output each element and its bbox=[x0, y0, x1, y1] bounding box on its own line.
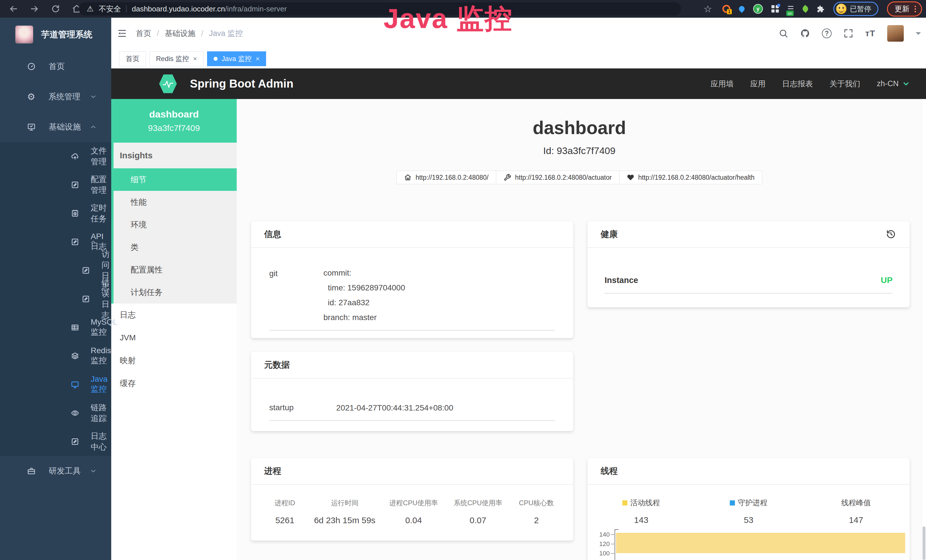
address-bar[interactable]: ⚠ 不安全 dashboard.yudao.iocoder.cn/infra/a… bbox=[79, 2, 681, 15]
github-icon[interactable] bbox=[800, 29, 810, 38]
profile-emoji-icon bbox=[836, 4, 846, 14]
sidebar-fold-icon[interactable] bbox=[117, 28, 127, 38]
tab-redis-monitor[interactable]: Redis 监控 × bbox=[150, 51, 204, 66]
extension-grid-icon[interactable] bbox=[772, 5, 779, 12]
process-table: 进程ID5261 运行时间6d 23h 15m 59s 进程CPU使用率0.04… bbox=[251, 498, 573, 525]
sba-item-caches[interactable]: 缓存 bbox=[111, 372, 237, 395]
fullscreen-icon[interactable] bbox=[844, 29, 853, 38]
edit-box-icon bbox=[71, 238, 79, 246]
sidebar-item-file-manage[interactable]: 文件管理 bbox=[0, 142, 111, 171]
sidebar-item-mysql-monitor[interactable]: MySQL 监控 bbox=[0, 313, 111, 342]
sba-item-config-props[interactable]: 配置属性 bbox=[113, 259, 237, 281]
metadata-card: 元数据 startup 2021-04-27T00:44:31.254+08:0… bbox=[251, 352, 573, 431]
help-icon[interactable]: ? bbox=[822, 29, 832, 38]
process-uptime-value: 6d 23h 15m 59s bbox=[307, 516, 383, 525]
sba-locale-select[interactable]: zh-CN bbox=[877, 79, 910, 88]
sba-nav-wall[interactable]: 应用墙 bbox=[710, 79, 734, 89]
info-card-title: 信息 bbox=[264, 229, 281, 240]
extension-y-icon[interactable]: y bbox=[753, 4, 763, 14]
sba-item-jvm[interactable]: JVM bbox=[111, 326, 237, 349]
bookmark-star-icon[interactable]: ☆ bbox=[704, 3, 712, 15]
sba-brand[interactable]: Spring Boot Admin bbox=[190, 77, 294, 90]
extension-colorzilla-icon[interactable]: 1 bbox=[722, 5, 730, 13]
scrollbar-thumb[interactable] bbox=[923, 526, 925, 560]
divider bbox=[269, 330, 555, 331]
sba-item-metrics[interactable]: 性能 bbox=[113, 191, 237, 213]
sidebar-item-java-monitor[interactable]: Java 监控 bbox=[0, 370, 111, 399]
font-size-icon[interactable]: тT bbox=[865, 29, 875, 38]
health-card-title: 健康 bbox=[601, 229, 618, 240]
sidebar-item-infrastructure[interactable]: 基础设施 bbox=[0, 112, 111, 142]
threads-legend: 活动线程 143 守护进程 53 线程峰值 147 bbox=[587, 498, 910, 525]
divider bbox=[269, 420, 555, 421]
instance-name: dashboard bbox=[149, 109, 199, 120]
close-icon[interactable]: × bbox=[256, 55, 260, 63]
edit-box-icon bbox=[71, 180, 79, 189]
service-url-button[interactable]: http://192.168.0.2:48080/ bbox=[396, 171, 496, 184]
extensions-puzzle-icon[interactable] bbox=[817, 5, 825, 13]
forward-icon[interactable] bbox=[30, 4, 39, 14]
tab-home[interactable]: 首页 bbox=[119, 51, 146, 66]
sidebar-item-tracing[interactable]: 链路追踪 bbox=[0, 399, 111, 427]
screen: Java 监控 ⚠ 不安全 dashboard.yudao.iocoder.cn… bbox=[0, 0, 926, 560]
sidebar-item-access-log[interactable]: 访问日志 bbox=[0, 256, 111, 285]
tags-view: 首页 Redis 监控 × Java 监控 × bbox=[111, 49, 926, 68]
ytick-120: 120 bbox=[587, 540, 610, 548]
breadcrumb-infrastructure[interactable]: 基础设施 bbox=[165, 28, 196, 38]
info-git-value: commit: time: 1596289704000 id: 27aa832 … bbox=[324, 266, 405, 325]
process-card-title: 进程 bbox=[264, 465, 281, 477]
profile-paused-chip[interactable]: 已暂停 bbox=[833, 2, 878, 16]
sba-item-mappings[interactable]: 映射 bbox=[111, 349, 237, 372]
sidebar-item-config-manage[interactable]: 配置管理 bbox=[0, 171, 111, 199]
scrollbar-track[interactable] bbox=[922, 99, 926, 560]
sba-nav-journal[interactable]: 日志报表 bbox=[782, 79, 813, 89]
process-syscpu-value: 0.07 bbox=[445, 516, 511, 525]
threads-card-title: 线程 bbox=[601, 465, 618, 477]
browser-menu-icon[interactable] bbox=[914, 5, 917, 13]
health-instance-label: Instance bbox=[605, 275, 638, 285]
sba-nav-about[interactable]: 关于我们 bbox=[829, 79, 860, 89]
sba-logo-icon[interactable] bbox=[159, 74, 177, 93]
table-icon bbox=[71, 323, 79, 332]
back-icon[interactable] bbox=[9, 4, 18, 14]
close-icon[interactable]: × bbox=[193, 55, 197, 63]
gauge-icon bbox=[27, 62, 36, 71]
history-icon[interactable] bbox=[885, 229, 897, 240]
instance-id: 93a3fc7f7409 bbox=[148, 123, 200, 133]
breadcrumb-home[interactable]: 首页 bbox=[136, 28, 151, 38]
chrome-update-button[interactable]: 更新 bbox=[887, 2, 922, 17]
extension-leaf-icon[interactable] bbox=[801, 5, 809, 13]
reload-icon[interactable] bbox=[51, 4, 61, 14]
sba-nav-applications[interactable]: 应用 bbox=[750, 79, 766, 89]
edit-box-icon bbox=[82, 266, 90, 275]
infrastructure-submenu: 文件管理 配置管理 定时任务 API 日志 访问日志 bbox=[0, 142, 111, 456]
insights-label: Insights bbox=[113, 143, 237, 168]
extension-pin-icon[interactable] bbox=[738, 5, 746, 13]
home-icon bbox=[404, 174, 412, 181]
sidebar-item-log-center[interactable]: 日志中心 bbox=[0, 427, 111, 456]
sidebar-item-home[interactable]: 首页 bbox=[0, 51, 111, 82]
search-icon[interactable] bbox=[779, 29, 788, 38]
sba-item-environment[interactable]: 环境 bbox=[113, 213, 237, 236]
sidebar-item-scheduled-jobs[interactable]: 定时任务 bbox=[0, 199, 111, 228]
user-avatar[interactable] bbox=[887, 25, 904, 42]
extension-switch-icon[interactable]: ☰on bbox=[787, 5, 794, 12]
avatar-caret-icon[interactable] bbox=[916, 32, 921, 37]
sidebar-item-system[interactable]: ⚙ 系统管理 bbox=[0, 82, 111, 112]
tab-java-monitor[interactable]: Java 监控 × bbox=[207, 51, 266, 66]
sba-item-logs[interactable]: 日志 bbox=[111, 304, 237, 326]
sba-item-details[interactable]: 细节 bbox=[113, 168, 237, 191]
sidebar-item-dev-tools[interactable]: 研发工具 bbox=[0, 456, 111, 486]
sidebar-item-api-log[interactable]: API 日志 bbox=[0, 228, 111, 256]
health-url-button[interactable]: http://192.168.0.2:48080/actuator/health bbox=[619, 171, 762, 184]
breadcrumb: 首页 / 基础设施 / Java 监控 bbox=[136, 28, 243, 38]
process-col-uptime: 运行时间 bbox=[307, 498, 383, 507]
legend-daemon-label: 守护进程 bbox=[738, 498, 767, 508]
sba-item-scheduled-tasks[interactable]: 计划任务 bbox=[113, 281, 237, 304]
sba-item-classes[interactable]: 类 bbox=[113, 236, 237, 259]
edit-box-icon bbox=[71, 437, 79, 446]
sidebar-item-error-log[interactable]: 错误日志 bbox=[0, 285, 111, 313]
app-title: 芋道管理系统 bbox=[41, 29, 92, 41]
actuator-url-button[interactable]: http://192.168.0.2:48080/actuator bbox=[496, 171, 619, 184]
sidebar-item-redis-monitor[interactable]: Redis 监控 bbox=[0, 342, 111, 370]
